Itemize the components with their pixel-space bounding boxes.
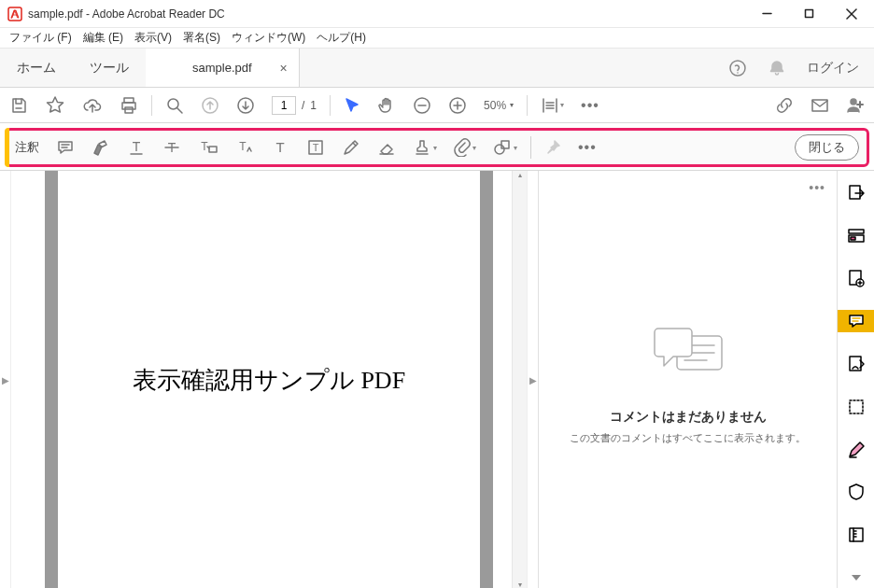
add-text-icon[interactable]: T	[271, 138, 289, 157]
tab-home[interactable]: ホーム	[0, 49, 73, 87]
svg-rect-44	[851, 237, 855, 240]
pencil-draw-icon[interactable]	[342, 138, 360, 157]
svg-rect-18	[812, 100, 827, 111]
page-current-input[interactable]	[272, 96, 296, 115]
help-icon[interactable]	[728, 59, 747, 77]
more-tools-icon[interactable]: •••	[581, 97, 599, 114]
zoom-in-icon[interactable]	[448, 96, 467, 115]
pdf-page: 表示確認用サンプル PDF	[45, 171, 493, 588]
menu-window[interactable]: ウィンドウ(W)	[226, 28, 311, 48]
rail-expand-chevron-icon[interactable]	[838, 567, 875, 588]
annotation-toolbar: 注釈 T T T T T T ••• 閉じる	[5, 128, 869, 167]
main-area: ▶ 表示確認用サンプル PDF ▶ ••• コメントはまだありません この文書の…	[0, 171, 874, 588]
svg-rect-7	[122, 103, 135, 109]
svg-rect-49	[850, 357, 861, 371]
annotation-label: 注釈	[15, 139, 39, 156]
left-panel-toggle[interactable]: ▶	[0, 171, 11, 588]
rail-protect-icon[interactable]	[838, 482, 875, 504]
comments-panel-menu-icon[interactable]: •••	[809, 180, 825, 195]
page-down-icon[interactable]	[236, 96, 255, 115]
print-icon[interactable]	[120, 96, 138, 115]
document-tab-close-icon[interactable]: ×	[280, 61, 288, 76]
comments-empty-title: コメントはまだありません	[610, 409, 767, 426]
right-panel-toggle[interactable]: ▶	[527, 171, 538, 588]
document-tab-label: sample.pdf	[192, 61, 252, 75]
svg-text:T: T	[313, 142, 319, 153]
svg-rect-42	[849, 230, 864, 233]
menu-file[interactable]: ファイル (F)	[4, 28, 78, 48]
highlight-marker-icon[interactable]	[92, 138, 110, 157]
document-view[interactable]: 表示確認用サンプル PDF	[11, 171, 527, 588]
svg-rect-41	[850, 186, 860, 199]
rail-fill-sign-icon[interactable]	[838, 353, 875, 375]
zoom-out-icon[interactable]	[413, 96, 431, 115]
rail-edit-pdf-icon[interactable]	[838, 439, 875, 461]
svg-rect-2	[806, 10, 813, 18]
svg-rect-8	[125, 107, 133, 113]
menu-bar: ファイル (F) 編集 (E) 表示(V) 署名(S) ウィンドウ(W) ヘルプ…	[0, 28, 874, 49]
vertical-scrollbar[interactable]	[512, 171, 527, 588]
drawing-shapes-icon[interactable]	[493, 138, 517, 157]
rail-compress-icon[interactable]	[838, 524, 875, 546]
svg-rect-52	[850, 528, 863, 541]
svg-rect-36	[501, 141, 509, 148]
star-icon[interactable]	[45, 95, 65, 116]
pin-icon[interactable]	[544, 139, 561, 156]
page-indicator: / 1	[272, 96, 317, 115]
window-title: sample.pdf - Adobe Acrobat Reader DC	[28, 7, 746, 21]
svg-text:T: T	[239, 140, 247, 153]
annotation-close-button[interactable]: 閉じる	[795, 134, 859, 161]
underline-text-icon[interactable]: T	[127, 138, 146, 157]
strikethrough-text-icon[interactable]: T	[162, 138, 181, 157]
selection-arrow-icon[interactable]	[344, 97, 360, 114]
svg-text:T: T	[275, 139, 284, 155]
cloud-upload-icon[interactable]	[82, 96, 103, 115]
insert-text-caret-icon[interactable]: T	[235, 138, 254, 157]
window-maximize-button[interactable]	[788, 0, 830, 27]
sticky-note-icon[interactable]	[56, 138, 75, 157]
menu-view[interactable]: 表示(V)	[129, 28, 177, 48]
replace-text-icon[interactable]: T	[198, 138, 218, 157]
document-pane: ▶ 表示確認用サンプル PDF ▶	[0, 171, 538, 588]
rail-export-pdf-icon[interactable]	[838, 182, 875, 204]
svg-rect-0	[8, 7, 21, 21]
app-logo-icon	[7, 7, 22, 21]
annotation-more-icon[interactable]: •••	[578, 139, 597, 156]
hand-pan-icon[interactable]	[377, 96, 396, 115]
main-toolbar: / 1 50%▾ ▾ •••	[0, 88, 874, 123]
pdf-page-text: 表示確認用サンプル PDF	[133, 364, 405, 397]
find-icon[interactable]	[165, 96, 184, 115]
right-tool-rail	[837, 171, 874, 588]
tab-tools[interactable]: ツール	[73, 49, 146, 87]
comments-empty-subtitle: この文書のコメントはすべてここに表示されます。	[570, 431, 806, 445]
rail-comment-icon[interactable]	[838, 310, 875, 332]
menu-help[interactable]: ヘルプ(H)	[311, 28, 372, 48]
menu-sign[interactable]: 署名(S)	[177, 28, 226, 48]
text-box-icon[interactable]: T	[306, 138, 325, 157]
fit-width-icon[interactable]: ▾	[541, 96, 564, 115]
save-icon[interactable]	[9, 96, 28, 115]
rail-organize-icon[interactable]	[838, 225, 875, 247]
window-close-button[interactable]	[830, 0, 872, 27]
login-button[interactable]: ログイン	[807, 60, 859, 77]
svg-line-10	[177, 108, 182, 113]
menu-edit[interactable]: 編集 (E)	[78, 28, 129, 48]
page-total: 1	[310, 99, 317, 112]
rail-measure-icon[interactable]	[838, 396, 875, 418]
rail-create-pdf-icon[interactable]	[838, 268, 875, 290]
eraser-icon[interactable]	[377, 138, 396, 157]
email-icon[interactable]	[811, 97, 829, 114]
comments-empty-illustration-icon	[641, 315, 735, 394]
svg-rect-50	[850, 400, 863, 413]
notifications-bell-icon[interactable]	[768, 59, 786, 77]
comments-panel: ••• コメントはまだありません この文書のコメントはすべてここに表示されます。	[538, 171, 837, 588]
attach-file-icon[interactable]	[454, 138, 476, 157]
page-up-icon[interactable]	[201, 96, 219, 115]
stamp-icon[interactable]	[413, 138, 437, 157]
document-tab[interactable]: sample.pdf ×	[146, 49, 300, 87]
window-titlebar: sample.pdf - Adobe Acrobat Reader DC	[0, 0, 874, 28]
share-link-icon[interactable]	[775, 96, 794, 115]
window-minimize-button[interactable]	[746, 0, 788, 27]
share-people-icon[interactable]	[846, 96, 865, 115]
zoom-dropdown[interactable]: 50%▾	[484, 99, 514, 112]
